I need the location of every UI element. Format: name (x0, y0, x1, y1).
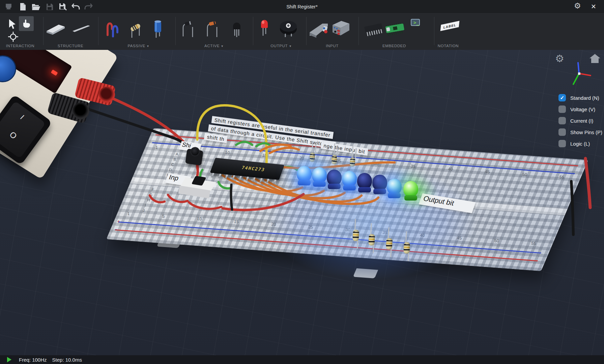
toolbar-icon-arduino-nano[interactable] (384, 20, 405, 37)
titlebar: Shift Register* (0, 0, 604, 13)
toolbar-separator (358, 17, 359, 45)
toolbar-icon-resistor[interactable] (129, 18, 142, 38)
wire-red-rail[interactable] (585, 158, 590, 208)
checkbox (558, 94, 566, 101)
terminal-prompt-icon (411, 19, 419, 25)
view-option-show-pins[interactable]: Show Pins (P) (558, 128, 602, 136)
led-4[interactable] (342, 171, 357, 190)
view-option-logic[interactable]: Logic (L) (558, 140, 602, 148)
section-label-interaction: INTERACTION (6, 44, 35, 48)
component-toolbar: LABEL INTERACTION STRUCTURE PASSIVE ACTI… (0, 13, 604, 50)
sim-step: Step: 10.0ms (52, 357, 82, 363)
toolbar-icon-capacitor[interactable] (152, 18, 163, 38)
toolbar-separator (175, 17, 176, 45)
led-6[interactable] (372, 175, 388, 194)
toolbar-icon-jumper-wires[interactable] (105, 18, 119, 38)
toolbar-separator (253, 17, 253, 45)
section-label-active[interactable]: ACTIVE (204, 44, 223, 48)
chevron-down-icon (288, 44, 291, 48)
toolbar-icon-code-terminal[interactable] (411, 20, 420, 26)
shift-push-button[interactable] (185, 149, 203, 165)
toolbar-separator (43, 17, 44, 45)
section-label-output[interactable]: OUTPUT (270, 44, 291, 48)
window-title: Shift Register* (0, 0, 604, 13)
settings-gear-icon[interactable] (574, 1, 581, 10)
status-bar: Freq: 100Hz Step: 10.0ms (0, 355, 604, 364)
toolbar-icon-buzzer[interactable] (279, 19, 297, 38)
toolbar-separator (306, 17, 307, 45)
row-letters-fghij: FG HI J (142, 187, 156, 213)
section-label-input: INPUT (326, 44, 339, 48)
led-5[interactable] (357, 173, 373, 192)
led-3[interactable] (327, 170, 342, 189)
select-tool-button[interactable] (8, 19, 17, 30)
led-1[interactable] (297, 166, 312, 185)
toolbar-icon-dip-chip[interactable] (363, 21, 384, 38)
section-label-passive[interactable]: PASSIVE (127, 44, 149, 48)
led-8-green[interactable] (403, 181, 419, 201)
interact-tool-button[interactable] (19, 16, 34, 31)
toolbar-icon-diode[interactable] (181, 19, 195, 38)
toolbar-icon-power-supply[interactable] (330, 19, 351, 38)
column-numbers-bottom: 15 1015 2025 3035 4045 5055 (126, 211, 537, 247)
checkbox (558, 117, 566, 124)
play-button[interactable] (7, 357, 11, 362)
view-option-voltage[interactable]: Voltage (V) (558, 105, 602, 113)
toolbar-separator (434, 17, 434, 45)
toolbar-icon-zener-diode[interactable] (205, 19, 219, 38)
section-label-embedded: EMBEDDED (382, 44, 406, 48)
sim-frequency: Freq: 100Hz (19, 357, 47, 363)
label-tag-text: LABEL (440, 21, 460, 31)
ic-marking: 74HC273 (241, 165, 266, 173)
led-7[interactable] (387, 179, 402, 198)
section-label-notation: NOTATION (438, 44, 459, 48)
checkbox (558, 105, 566, 113)
view-option-current[interactable]: Current (I) (558, 117, 602, 125)
toolbar-icon-transistor[interactable] (231, 19, 243, 38)
view-options-panel: Standard (N) Voltage (V) Current (I) Sho… (558, 94, 602, 151)
toolbar-icon-led[interactable] (260, 18, 269, 38)
chevron-down-icon (145, 44, 149, 48)
viewport-settings-gear-icon[interactable] (555, 53, 564, 64)
checkbox (558, 140, 566, 147)
led-2[interactable] (312, 167, 327, 187)
chevron-down-icon (220, 44, 223, 48)
section-label-structure: STRUCTURE (58, 44, 83, 48)
breadboard-foot (353, 268, 378, 278)
view-option-standard[interactable]: Standard (N) (558, 94, 602, 102)
toolbar-icon-breadboard[interactable] (45, 22, 67, 36)
toolbar-icon-label[interactable]: LABEL (440, 23, 459, 29)
axis-gizmo[interactable] (567, 60, 592, 86)
toolbar-separator (98, 17, 98, 45)
toolbar-icon-rod[interactable] (71, 24, 91, 34)
scene-viewport[interactable]: 15 1015 2025 3035 4045 5055 AB CD E FG H… (0, 50, 604, 355)
close-icon[interactable] (591, 3, 596, 10)
hand-icon (22, 19, 31, 28)
toolbar-icon-breadboard-power-module[interactable] (309, 21, 330, 39)
checkbox (558, 128, 566, 136)
display-glow (51, 69, 58, 76)
orbit-tool-button[interactable] (8, 32, 18, 42)
